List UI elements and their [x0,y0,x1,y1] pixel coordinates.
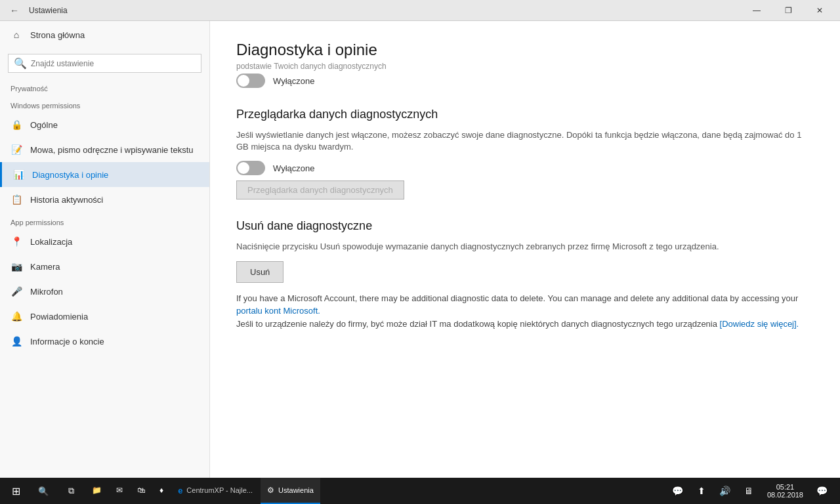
text-icon: 📝 [10,144,22,156]
mail-icon: ✉ [116,486,123,495]
sidebar-item-mikrofon[interactable]: 🎤 Mikrofon [0,279,209,304]
tray-sound-icon[interactable]: 🔊 [715,478,736,504]
vivaldi-icon: ♦ [159,486,163,495]
lock-icon: 🔒 [10,119,22,131]
sidebar-item-diagnostyka[interactable]: 📊 Diagnostyka i opinie [0,162,209,187]
main-layout: ⌂ Strona główna 🔍 Prywatność Windows per… [0,21,840,478]
taskbar-app-mail[interactable]: ✉ [110,478,129,504]
toggle-row-2: Wyłączone [236,161,814,175]
settings-icon: ⚙ [267,486,274,495]
title-bar: ← Ustawienia — ❐ ✕ [0,0,840,21]
sidebar-label-informacje: Informacje o koncie [30,337,104,346]
sidebar-item-powiadomienia[interactable]: 🔔 Powiadomienia [0,304,209,329]
section-header-app: App permissions [0,212,209,229]
taskbar-tray: 💬 ⬆ 🔊 🖥 05:21 08.02.2018 💬 [662,478,837,504]
store-icon: 🛍 [137,486,145,495]
content-area: Diagnostyka i opinie podstawie Twoich da… [210,21,840,478]
tray-display-icon[interactable]: 🖥 [738,478,759,504]
toggle-knob-2 [238,162,249,174]
toggle-knob-1 [238,75,249,87]
taskbar-app-vivaldi[interactable]: ♦ [153,478,170,504]
browser-toggle-label: Wyłączone [273,163,314,173]
back-button[interactable]: ← [5,1,24,20]
taskbar-clock[interactable]: 05:21 08.02.2018 [762,478,808,504]
sidebar-label-mowa: Mowa, pismo odręczne i wpisywanie tekstu [30,145,194,155]
sidebar-item-historia[interactable]: 📋 Historia aktywności [0,187,209,212]
sidebar-item-lokalizacja[interactable]: 📍 Lokalizacja [0,229,209,254]
home-icon: ⌂ [10,29,22,41]
microphone-icon: 🎤 [10,285,22,297]
camera-icon: 📷 [10,261,22,272]
page-title: Diagnostyka i opinie [236,41,814,59]
clock-time: 05:21 [776,483,795,491]
browser-description: Jeśli wyświetlanie danych jest włączone,… [236,129,814,153]
clock-date: 08.02.2018 [767,491,803,499]
sidebar-item-kamera[interactable]: 📷 Kamera [0,254,209,279]
diag-data-toggle-label: Wyłączone [273,76,314,86]
notification-icon: 🔔 [10,310,22,322]
microsoft-account-link[interactable]: portalu kont Microsoft. [236,306,320,316]
taskbar: ⊞ 🔍 ⧉ 📁 ✉ 🛍 ♦ e CentrumXP - Najle... ⚙ U… [0,478,840,504]
taskbar-app-store[interactable]: 🛍 [131,478,152,504]
restore-button[interactable]: ❐ [773,0,803,21]
edge-label: CentrumXP - Najle... [186,486,253,494]
search-icon: 🔍 [14,57,27,70]
tray-chat-icon[interactable]: 💬 [667,478,688,504]
task-view-button[interactable]: ⧉ [58,478,84,504]
sidebar-item-ogolne[interactable]: 🔒 Ogólne [0,112,209,137]
sidebar-label-kamera: Kamera [30,262,60,272]
sidebar: ⌂ Strona główna 🔍 Prywatność Windows per… [0,21,210,478]
taskbar-app-settings[interactable]: ⚙ Ustawienia [261,478,320,504]
sidebar-label-mikrofon: Mikrofon [30,287,63,297]
delete-title: Usuń dane diagnostyczne [236,219,814,233]
sidebar-label-powiadomienia: Powiadomienia [30,312,88,322]
tray-up-icon[interactable]: ⬆ [691,478,712,504]
info-text-1: If you have a Microsoft Account, there m… [236,293,798,303]
notification-button[interactable]: 💬 [811,478,832,504]
sidebar-label-lokalizacja: Lokalizacja [30,237,72,247]
section-header-windows: Windows permissions [0,95,209,112]
explorer-icon: 📁 [92,486,102,495]
account-icon: 👤 [10,335,22,347]
taskbar-search[interactable]: 🔍 [30,478,56,504]
sidebar-item-informacje[interactable]: 👤 Informacje o koncie [0,329,209,354]
section-header-prywatnosc: Prywatność [0,78,209,95]
sidebar-label-historia: Historia aktywności [30,195,103,205]
minimize-button[interactable]: — [742,0,772,21]
delete-button[interactable]: Usuń [236,261,284,283]
history-icon: 📋 [10,194,22,205]
sidebar-home-label: Strona główna [30,30,85,40]
browser-toggle[interactable] [236,161,265,175]
browser-title: Przeglądarka danych diagnostycznych [236,108,814,121]
delete-description: Naciśnięcie przycisku Usuń spowoduje wym… [236,241,814,253]
sidebar-item-mowa[interactable]: 📝 Mowa, pismo odręczne i wpisywanie teks… [0,137,209,162]
search-input[interactable] [31,59,196,68]
diagnostics-icon: 📊 [12,169,24,180]
learn-more-link[interactable]: [Dowiedz się więcej]. [720,319,799,329]
window-title: Ustawienia [29,6,742,15]
browser-block: Przeglądarka danych diagnostycznych Jeśl… [236,108,814,200]
diag-data-toggle[interactable] [236,74,265,88]
location-icon: 📍 [10,236,22,247]
info-text: If you have a Microsoft Account, there m… [236,292,814,331]
sidebar-item-home[interactable]: ⌂ Strona główna [0,21,209,49]
close-button[interactable]: ✕ [805,0,835,21]
start-button[interactable]: ⊞ [3,478,29,504]
taskbar-search-icon: 🔍 [38,486,49,496]
browser-button[interactable]: Przeglądarka danych diagnostycznych [236,180,404,200]
sidebar-label-ogolne: Ogólne [30,120,58,130]
sidebar-label-diagnostyka: Diagnostyka i opinie [32,170,108,180]
edge-icon: e [178,486,182,495]
toggle-row-1: Wyłączone [236,74,814,88]
window-controls: — ❐ ✕ [742,0,835,21]
info-text-2: Jeśli to urządzenie należy do firmy, być… [236,319,720,329]
taskbar-app-edge[interactable]: e CentrumXP - Najle... [171,478,259,504]
sidebar-search-container: 🔍 [8,54,201,73]
diag-sub-desc: podstawie Twoich danych diagnostycznych [236,62,814,71]
diag-data-block: podstawie Twoich danych diagnostycznych … [236,62,814,88]
taskbar-app-explorer[interactable]: 📁 [85,478,108,504]
settings-label: Ustawienia [278,486,314,494]
task-view-icon: ⧉ [68,486,74,496]
delete-block: Usuń dane diagnostyczne Naciśnięcie przy… [236,219,814,330]
